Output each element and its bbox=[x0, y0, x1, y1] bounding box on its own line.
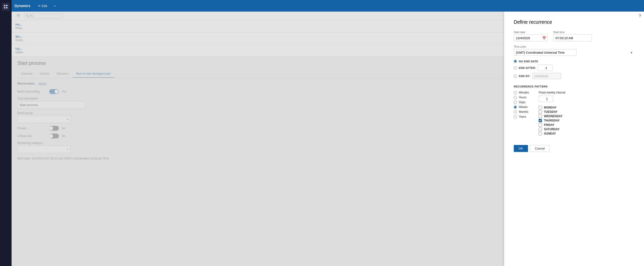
wednesday-checkbox[interactable] bbox=[538, 114, 542, 118]
timezone-select-wrap: (GMT) Coordinated Universal Time ▾ bbox=[514, 49, 634, 56]
end-by-date-input[interactable] bbox=[532, 73, 561, 79]
app-bar: Dynamics ✏ Edit + bbox=[12, 0, 644, 12]
end-options-group: NO END DATE END AFTER: END BY: bbox=[514, 60, 634, 79]
fixed-weekly-interval-label: Fixed weekly interval bbox=[538, 91, 565, 94]
no-end-date-label: NO END DATE bbox=[519, 60, 538, 63]
wednesday-label: WEDNESDAY bbox=[544, 114, 562, 118]
help-icon[interactable]: ? bbox=[639, 14, 641, 19]
fixed-weekly-interval-input[interactable] bbox=[538, 96, 553, 102]
tuesday-checkbox[interactable] bbox=[538, 110, 542, 113]
pattern-area: Minutes Hours Days Weeks bbox=[514, 91, 634, 135]
sunday-label: SUNDAY bbox=[544, 132, 556, 135]
thursday-label: THURSDAY bbox=[544, 119, 560, 122]
fixed-weekly-interval-group: Fixed weekly interval bbox=[538, 91, 565, 102]
days-radio[interactable] bbox=[514, 101, 517, 104]
recurrence-pattern-title: RECURRENCE PATTERN bbox=[514, 85, 634, 88]
timezone-group: Time zone (GMT) Coordinated Universal Ti… bbox=[514, 45, 634, 56]
hours-option[interactable]: Hours bbox=[514, 96, 529, 99]
start-time-input[interactable] bbox=[553, 35, 592, 41]
minutes-label: Minutes bbox=[519, 91, 529, 94]
end-after-input[interactable] bbox=[538, 65, 552, 71]
end-by-label: END BY: bbox=[519, 75, 530, 78]
sunday-item[interactable]: SUNDAY bbox=[538, 132, 565, 135]
thursday-item[interactable]: THURSDAY bbox=[538, 119, 565, 122]
end-by-option[interactable]: END BY: bbox=[514, 73, 634, 79]
panel-title: Define recurrence bbox=[514, 19, 634, 25]
weeks-radio[interactable] bbox=[514, 106, 517, 109]
timezone-label: Time zone bbox=[514, 45, 634, 48]
minutes-option[interactable]: Minutes bbox=[514, 91, 529, 94]
months-radio[interactable] bbox=[514, 110, 517, 113]
pattern-options: Minutes Hours Days Weeks bbox=[514, 91, 529, 135]
end-after-label: END AFTER: bbox=[519, 66, 536, 69]
minutes-radio[interactable] bbox=[514, 91, 517, 94]
tuesday-item[interactable]: TUESDAY bbox=[538, 110, 565, 113]
friday-checkbox[interactable] bbox=[538, 123, 542, 126]
pencil-icon: ✏ bbox=[38, 4, 41, 8]
years-label: Years bbox=[519, 115, 526, 118]
timezone-chevron-icon: ▾ bbox=[631, 51, 632, 54]
saturday-label: SATURDAY bbox=[544, 127, 560, 131]
no-end-date-option[interactable]: NO END DATE bbox=[514, 60, 634, 63]
days-label: Days bbox=[519, 100, 525, 104]
months-option[interactable]: Months bbox=[514, 110, 529, 113]
wednesday-item[interactable]: WEDNESDAY bbox=[538, 114, 565, 118]
years-option[interactable]: Years bbox=[514, 115, 529, 118]
weeks-option[interactable]: Weeks bbox=[514, 105, 529, 109]
weeks-label: Weeks bbox=[519, 105, 528, 109]
date-time-row: Start date 📅 Start time bbox=[514, 31, 634, 41]
app-bar-actions: ✏ Edit + bbox=[36, 3, 58, 9]
cancel-button[interactable]: Cancel bbox=[530, 145, 550, 152]
tuesday-label: TUESDAY bbox=[544, 110, 558, 113]
days-option[interactable]: Days bbox=[514, 100, 529, 104]
hours-label: Hours bbox=[519, 96, 526, 99]
years-radio[interactable] bbox=[514, 115, 517, 118]
no-end-date-radio[interactable] bbox=[514, 60, 517, 63]
hours-radio[interactable] bbox=[514, 96, 517, 99]
monday-label: MONDAY bbox=[544, 106, 556, 109]
sunday-checkbox[interactable] bbox=[538, 132, 542, 135]
months-label: Months bbox=[519, 110, 528, 113]
weekly-options: Fixed weekly interval MONDAY TUESDAY WED… bbox=[538, 91, 565, 135]
content-area: 🔍 Ho... Prep... Mo... Gene... Up... Upda… bbox=[12, 12, 644, 266]
thursday-checkbox[interactable] bbox=[538, 119, 542, 122]
start-date-wrap: 📅 bbox=[514, 35, 548, 41]
apps-icon[interactable] bbox=[2, 3, 10, 11]
app-container: Dynamics ✏ Edit + 🔍 bbox=[12, 0, 644, 266]
friday-label: FRIDAY bbox=[544, 123, 554, 126]
nav-bar bbox=[0, 0, 12, 266]
edit-button[interactable]: ✏ Edit bbox=[36, 3, 49, 9]
start-time-group: Start time bbox=[553, 31, 592, 41]
end-after-option[interactable]: END AFTER: bbox=[514, 65, 634, 71]
end-after-radio[interactable] bbox=[514, 66, 517, 70]
monday-item[interactable]: MONDAY bbox=[538, 106, 565, 109]
modal-footer: OK Cancel bbox=[514, 145, 634, 152]
saturday-checkbox[interactable] bbox=[538, 127, 542, 131]
app-title: Dynamics bbox=[14, 4, 30, 8]
define-recurrence-panel: Define recurrence Start date 📅 Start tim… bbox=[504, 12, 644, 266]
start-date-group: Start date 📅 bbox=[514, 31, 548, 41]
start-date-label: Start date bbox=[514, 31, 548, 34]
timezone-select[interactable]: (GMT) Coordinated Universal Time bbox=[514, 49, 576, 56]
end-by-radio[interactable] bbox=[514, 75, 517, 78]
monday-checkbox[interactable] bbox=[538, 106, 542, 109]
add-button[interactable]: + bbox=[52, 3, 58, 9]
calendar-icon[interactable]: 📅 bbox=[542, 36, 546, 40]
friday-item[interactable]: FRIDAY bbox=[538, 123, 565, 126]
ok-button[interactable]: OK bbox=[514, 145, 528, 152]
start-time-label: Start time bbox=[553, 31, 592, 34]
saturday-item[interactable]: SATURDAY bbox=[538, 127, 565, 131]
